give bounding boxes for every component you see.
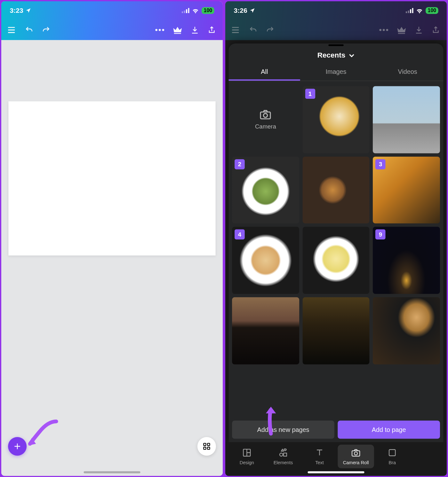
home-indicator xyxy=(84,471,140,473)
media-thumb[interactable]: 9 xyxy=(373,227,440,294)
download-icon[interactable] xyxy=(191,26,199,34)
svg-rect-18 xyxy=(410,9,411,13)
selection-badge: 2 xyxy=(235,159,245,169)
selection-badge: 3 xyxy=(375,159,386,169)
chevron-down-icon xyxy=(349,53,355,57)
media-tabs: All Images Videos xyxy=(229,64,444,81)
plus-icon xyxy=(13,442,21,450)
svg-rect-19 xyxy=(412,8,413,13)
svg-point-9 xyxy=(162,29,164,31)
svg-rect-1 xyxy=(184,11,185,13)
media-thumb[interactable] xyxy=(302,157,370,224)
media-thumb[interactable]: 4 xyxy=(232,227,299,294)
nav-label: Design xyxy=(240,460,254,465)
layers-button[interactable] xyxy=(197,437,216,456)
blank-canvas[interactable] xyxy=(8,101,215,255)
location-icon xyxy=(25,8,31,13)
nav-item-bra[interactable]: Bra xyxy=(374,445,411,468)
svg-point-7 xyxy=(155,29,157,31)
wifi-icon xyxy=(416,8,423,13)
battery-badge: 100 xyxy=(426,7,438,14)
download-icon xyxy=(415,26,423,34)
selection-badge: 9 xyxy=(375,230,386,240)
crown-icon xyxy=(397,26,406,34)
add-as-new-pages-button[interactable]: Add as new pages xyxy=(232,421,334,439)
status-bar: 3:26 100 xyxy=(225,1,447,20)
annotation-arrow-right xyxy=(260,403,282,437)
bra-icon xyxy=(388,448,397,458)
more-icon xyxy=(379,29,388,31)
panel-title-dropdown[interactable]: Recents xyxy=(229,43,444,64)
media-thumb[interactable] xyxy=(302,227,370,294)
annotation-arrow-left xyxy=(27,419,60,449)
add-page-button[interactable] xyxy=(8,437,27,456)
media-thumb[interactable] xyxy=(373,297,440,364)
left-screenshot: 3:23 100 xyxy=(1,1,223,476)
media-thumb[interactable]: 1 xyxy=(302,86,370,153)
share-icon[interactable] xyxy=(208,25,216,35)
svg-point-8 xyxy=(159,29,161,31)
svg-point-27 xyxy=(264,113,268,117)
nav-item-design[interactable]: Design xyxy=(229,445,265,468)
nav-label: Camera Roll xyxy=(343,460,369,465)
media-thumb[interactable]: 2 xyxy=(232,157,299,224)
nav-label: Bra xyxy=(388,460,396,465)
elements-icon xyxy=(278,448,288,458)
media-thumb[interactable]: 3 xyxy=(373,157,440,224)
toolbar xyxy=(1,20,223,40)
signal-icon xyxy=(182,8,189,13)
bottom-nav: DesignElementsTextCamera RollBra xyxy=(225,442,447,476)
camera-icon xyxy=(260,110,271,120)
undo-icon[interactable] xyxy=(25,26,33,34)
svg-rect-17 xyxy=(408,11,409,13)
camera-tile[interactable]: Camera xyxy=(232,86,299,153)
status-bar: 3:23 100 xyxy=(1,1,223,20)
wifi-icon xyxy=(192,8,199,13)
more-icon[interactable] xyxy=(155,29,164,31)
tab-all[interactable]: All xyxy=(229,64,300,81)
svg-rect-32 xyxy=(284,453,287,456)
nav-item-camera-roll[interactable]: Camera Roll xyxy=(338,445,374,468)
text-icon xyxy=(315,448,324,458)
selection-badge: 1 xyxy=(305,89,315,99)
selection-badge: 4 xyxy=(235,230,245,240)
svg-rect-15 xyxy=(207,447,210,449)
svg-point-24 xyxy=(383,29,385,31)
media-thumb[interactable] xyxy=(232,297,299,364)
svg-rect-12 xyxy=(204,443,206,446)
undo-icon xyxy=(249,26,257,34)
redo-icon[interactable] xyxy=(42,26,50,34)
right-screenshot: 3:26 100 Recents All Images xyxy=(225,1,447,476)
signal-icon xyxy=(406,8,413,13)
svg-point-36 xyxy=(354,452,357,455)
drag-handle[interactable] xyxy=(328,44,344,46)
location-icon xyxy=(249,8,255,13)
svg-rect-37 xyxy=(389,450,395,456)
svg-point-23 xyxy=(379,29,381,31)
grid-icon xyxy=(203,442,211,450)
status-time-right: 3:26 xyxy=(234,7,255,14)
share-icon xyxy=(432,25,440,35)
nav-item-text[interactable]: Text xyxy=(301,445,338,468)
svg-rect-0 xyxy=(182,12,183,13)
add-to-page-button[interactable]: Add to page xyxy=(338,421,440,439)
svg-rect-14 xyxy=(204,447,206,449)
menu-icon[interactable] xyxy=(8,27,16,33)
tab-videos[interactable]: Videos xyxy=(372,64,444,81)
svg-rect-13 xyxy=(207,443,210,446)
battery-badge: 100 xyxy=(202,7,214,14)
redo-icon xyxy=(266,26,274,34)
svg-rect-2 xyxy=(186,9,187,13)
media-thumb[interactable] xyxy=(302,297,370,364)
media-panel: Recents All Images Videos Camera12349 Ad… xyxy=(229,43,444,442)
svg-rect-3 xyxy=(188,8,189,13)
nav-item-elements[interactable]: Elements xyxy=(265,445,301,468)
crown-icon[interactable] xyxy=(173,26,182,34)
nav-label: Elements xyxy=(274,460,293,465)
svg-point-31 xyxy=(280,453,283,456)
media-thumb[interactable] xyxy=(373,86,440,153)
design-icon xyxy=(242,448,252,458)
status-time-left: 3:23 xyxy=(10,7,31,14)
tab-images[interactable]: Images xyxy=(300,64,372,81)
toolbar-dimmed xyxy=(225,20,447,40)
